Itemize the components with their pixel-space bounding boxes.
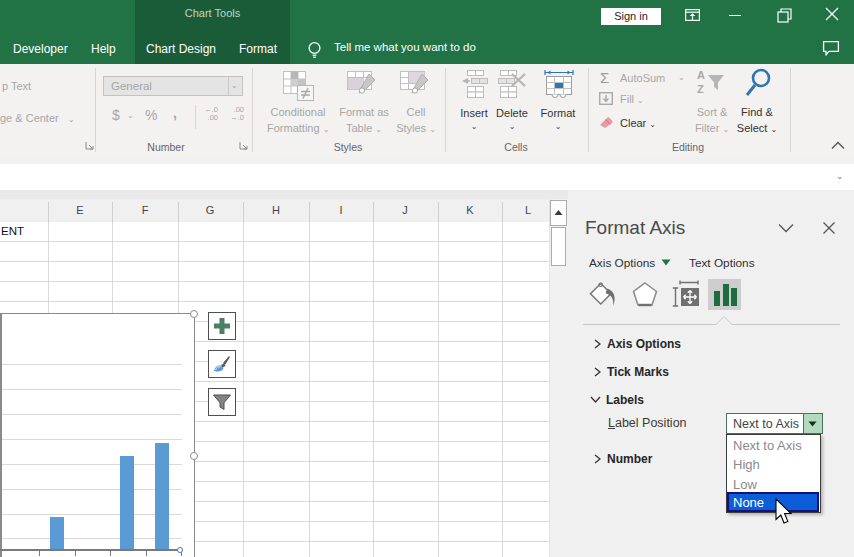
svg-text:A: A xyxy=(697,69,705,81)
svg-text:Z: Z xyxy=(697,83,704,95)
